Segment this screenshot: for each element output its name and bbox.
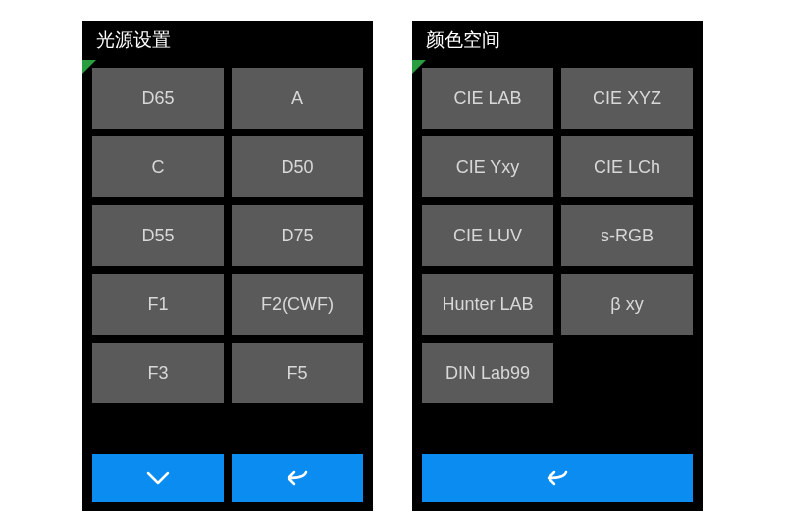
option-d65[interactable]: D65 (92, 68, 224, 129)
panel-footer (412, 445, 703, 511)
option-beta-xy[interactable]: β xy (561, 274, 693, 335)
option-din-lab99[interactable]: DIN Lab99 (422, 343, 553, 403)
chevron-down-icon (144, 469, 172, 487)
option-c[interactable]: C (92, 136, 224, 197)
option-grid: D65 A C D50 D55 D75 F1 F2(CWF) F3 F5 (82, 60, 373, 445)
color-space-panel: 颜色空间 CIE LAB CIE XYZ CIE Yxy CIE LCh CIE… (412, 21, 703, 511)
light-source-panel: 光源设置 D65 A C D50 D55 D75 F1 F2(CWF) F3 F… (82, 21, 373, 511)
page-down-button[interactable] (92, 454, 224, 502)
option-f2-cwf[interactable]: F2(CWF) (232, 274, 363, 335)
panel-title: 光源设置 (82, 21, 373, 60)
option-a[interactable]: A (232, 68, 363, 129)
option-d55[interactable]: D55 (92, 205, 224, 266)
back-arrow-icon (543, 468, 572, 488)
option-d50[interactable]: D50 (232, 136, 363, 197)
option-cie-luv[interactable]: CIE LUV (422, 205, 553, 266)
back-button[interactable] (232, 454, 363, 502)
option-hunter-lab[interactable]: Hunter LAB (422, 274, 553, 335)
option-f3[interactable]: F3 (92, 343, 224, 403)
back-button[interactable] (422, 454, 693, 502)
selection-indicator-icon (412, 60, 426, 74)
back-arrow-icon (283, 468, 312, 488)
option-s-rgb[interactable]: s-RGB (561, 205, 693, 266)
panel-footer (82, 445, 373, 511)
option-d75[interactable]: D75 (232, 205, 363, 266)
empty-cell (561, 343, 693, 403)
option-f5[interactable]: F5 (232, 343, 363, 403)
option-cie-xyz[interactable]: CIE XYZ (561, 68, 693, 129)
panel-title: 颜色空间 (412, 21, 703, 60)
option-grid: CIE LAB CIE XYZ CIE Yxy CIE LCh CIE LUV … (412, 60, 703, 445)
option-cie-yxy[interactable]: CIE Yxy (422, 136, 553, 197)
option-f1[interactable]: F1 (92, 274, 224, 335)
option-cie-lab[interactable]: CIE LAB (422, 68, 553, 129)
selection-indicator-icon (82, 60, 96, 74)
option-cie-lch[interactable]: CIE LCh (561, 136, 693, 197)
